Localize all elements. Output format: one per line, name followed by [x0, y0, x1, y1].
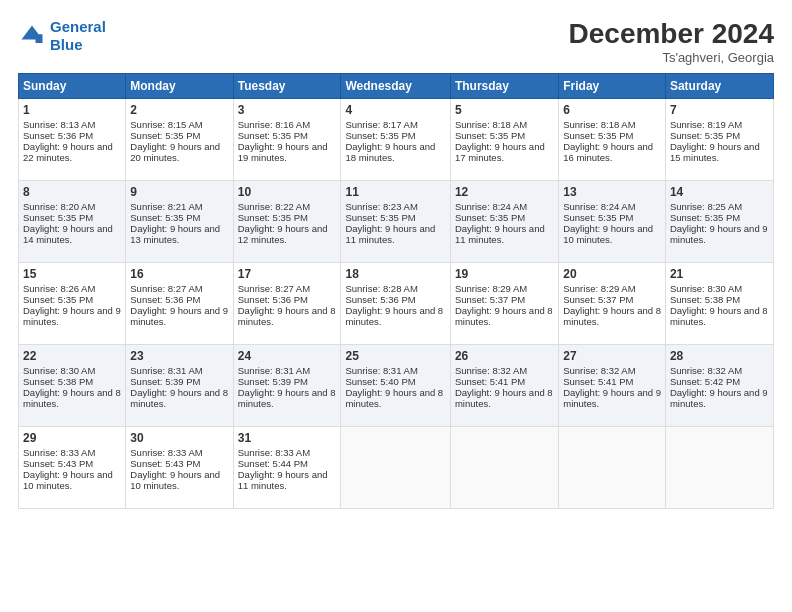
day-number: 28 — [670, 349, 769, 363]
sunrise-label: Sunrise: 8:13 AM — [23, 119, 95, 130]
daylight-label: Daylight: 9 hours and 16 minutes. — [563, 141, 653, 163]
daylight-label: Daylight: 9 hours and 8 minutes. — [345, 387, 443, 409]
sunset-label: Sunset: 5:35 PM — [23, 294, 93, 305]
calendar-header-row: Sunday Monday Tuesday Wednesday Thursday… — [19, 74, 774, 99]
month-title: December 2024 — [569, 18, 774, 50]
sunset-label: Sunset: 5:35 PM — [130, 212, 200, 223]
calendar-cell: 29 Sunrise: 8:33 AM Sunset: 5:43 PM Dayl… — [19, 427, 126, 509]
sunrise-label: Sunrise: 8:18 AM — [455, 119, 527, 130]
sunset-label: Sunset: 5:35 PM — [563, 212, 633, 223]
day-number: 27 — [563, 349, 661, 363]
logo-text: General Blue — [50, 18, 106, 54]
calendar-week-row: 15 Sunrise: 8:26 AM Sunset: 5:35 PM Dayl… — [19, 263, 774, 345]
sunrise-label: Sunrise: 8:31 AM — [238, 365, 310, 376]
calendar-cell: 15 Sunrise: 8:26 AM Sunset: 5:35 PM Dayl… — [19, 263, 126, 345]
col-friday: Friday — [559, 74, 666, 99]
daylight-label: Daylight: 9 hours and 8 minutes. — [455, 387, 553, 409]
sunset-label: Sunset: 5:39 PM — [130, 376, 200, 387]
calendar-cell: 23 Sunrise: 8:31 AM Sunset: 5:39 PM Dayl… — [126, 345, 233, 427]
day-number: 31 — [238, 431, 337, 445]
sunrise-label: Sunrise: 8:32 AM — [563, 365, 635, 376]
sunrise-label: Sunrise: 8:33 AM — [23, 447, 95, 458]
logo: General Blue — [18, 18, 106, 54]
calendar-cell: 7 Sunrise: 8:19 AM Sunset: 5:35 PM Dayli… — [665, 99, 773, 181]
daylight-label: Daylight: 9 hours and 11 minutes. — [455, 223, 545, 245]
sunset-label: Sunset: 5:43 PM — [130, 458, 200, 469]
day-number: 9 — [130, 185, 228, 199]
sunset-label: Sunset: 5:35 PM — [455, 130, 525, 141]
sunrise-label: Sunrise: 8:31 AM — [130, 365, 202, 376]
day-number: 1 — [23, 103, 121, 117]
calendar-cell: 12 Sunrise: 8:24 AM Sunset: 5:35 PM Dayl… — [450, 181, 558, 263]
sunrise-label: Sunrise: 8:21 AM — [130, 201, 202, 212]
calendar-cell — [341, 427, 450, 509]
day-number: 10 — [238, 185, 337, 199]
sunset-label: Sunset: 5:36 PM — [238, 294, 308, 305]
calendar-week-row: 29 Sunrise: 8:33 AM Sunset: 5:43 PM Dayl… — [19, 427, 774, 509]
daylight-label: Daylight: 9 hours and 12 minutes. — [238, 223, 328, 245]
daylight-label: Daylight: 9 hours and 8 minutes. — [130, 387, 228, 409]
sunset-label: Sunset: 5:37 PM — [563, 294, 633, 305]
day-number: 13 — [563, 185, 661, 199]
calendar-cell: 8 Sunrise: 8:20 AM Sunset: 5:35 PM Dayli… — [19, 181, 126, 263]
daylight-label: Daylight: 9 hours and 8 minutes. — [455, 305, 553, 327]
col-thursday: Thursday — [450, 74, 558, 99]
calendar-cell: 6 Sunrise: 8:18 AM Sunset: 5:35 PM Dayli… — [559, 99, 666, 181]
day-number: 2 — [130, 103, 228, 117]
sunrise-label: Sunrise: 8:25 AM — [670, 201, 742, 212]
calendar-cell — [665, 427, 773, 509]
sunset-label: Sunset: 5:35 PM — [563, 130, 633, 141]
title-block: December 2024 Ts'aghveri, Georgia — [569, 18, 774, 65]
daylight-label: Daylight: 9 hours and 8 minutes. — [23, 387, 121, 409]
sunset-label: Sunset: 5:35 PM — [455, 212, 525, 223]
calendar-cell: 18 Sunrise: 8:28 AM Sunset: 5:36 PM Dayl… — [341, 263, 450, 345]
calendar-week-row: 22 Sunrise: 8:30 AM Sunset: 5:38 PM Dayl… — [19, 345, 774, 427]
daylight-label: Daylight: 9 hours and 18 minutes. — [345, 141, 435, 163]
day-number: 8 — [23, 185, 121, 199]
sunset-label: Sunset: 5:41 PM — [563, 376, 633, 387]
header: General Blue December 2024 Ts'aghveri, G… — [18, 18, 774, 65]
col-saturday: Saturday — [665, 74, 773, 99]
calendar-cell: 30 Sunrise: 8:33 AM Sunset: 5:43 PM Dayl… — [126, 427, 233, 509]
sunset-label: Sunset: 5:35 PM — [238, 212, 308, 223]
day-number: 25 — [345, 349, 445, 363]
sunset-label: Sunset: 5:35 PM — [345, 130, 415, 141]
col-wednesday: Wednesday — [341, 74, 450, 99]
sunrise-label: Sunrise: 8:27 AM — [238, 283, 310, 294]
day-number: 14 — [670, 185, 769, 199]
sunset-label: Sunset: 5:35 PM — [238, 130, 308, 141]
sunrise-label: Sunrise: 8:33 AM — [130, 447, 202, 458]
day-number: 30 — [130, 431, 228, 445]
svg-marker-1 — [36, 34, 43, 43]
day-number: 6 — [563, 103, 661, 117]
sunrise-label: Sunrise: 8:32 AM — [670, 365, 742, 376]
sunrise-label: Sunrise: 8:29 AM — [563, 283, 635, 294]
daylight-label: Daylight: 9 hours and 10 minutes. — [130, 469, 220, 491]
day-number: 26 — [455, 349, 554, 363]
day-number: 11 — [345, 185, 445, 199]
daylight-label: Daylight: 9 hours and 8 minutes. — [345, 305, 443, 327]
calendar-cell: 21 Sunrise: 8:30 AM Sunset: 5:38 PM Dayl… — [665, 263, 773, 345]
calendar-cell: 26 Sunrise: 8:32 AM Sunset: 5:41 PM Dayl… — [450, 345, 558, 427]
daylight-label: Daylight: 9 hours and 14 minutes. — [23, 223, 113, 245]
calendar-table: Sunday Monday Tuesday Wednesday Thursday… — [18, 73, 774, 509]
calendar-cell: 24 Sunrise: 8:31 AM Sunset: 5:39 PM Dayl… — [233, 345, 341, 427]
sunrise-label: Sunrise: 8:17 AM — [345, 119, 417, 130]
day-number: 24 — [238, 349, 337, 363]
calendar-cell: 10 Sunrise: 8:22 AM Sunset: 5:35 PM Dayl… — [233, 181, 341, 263]
day-number: 15 — [23, 267, 121, 281]
daylight-label: Daylight: 9 hours and 9 minutes. — [670, 223, 768, 245]
daylight-label: Daylight: 9 hours and 13 minutes. — [130, 223, 220, 245]
calendar-cell: 1 Sunrise: 8:13 AM Sunset: 5:36 PM Dayli… — [19, 99, 126, 181]
daylight-label: Daylight: 9 hours and 9 minutes. — [23, 305, 121, 327]
sunrise-label: Sunrise: 8:24 AM — [563, 201, 635, 212]
daylight-label: Daylight: 9 hours and 10 minutes. — [563, 223, 653, 245]
day-number: 21 — [670, 267, 769, 281]
sunrise-label: Sunrise: 8:26 AM — [23, 283, 95, 294]
day-number: 16 — [130, 267, 228, 281]
sunset-label: Sunset: 5:37 PM — [455, 294, 525, 305]
calendar-cell: 17 Sunrise: 8:27 AM Sunset: 5:36 PM Dayl… — [233, 263, 341, 345]
calendar-cell: 14 Sunrise: 8:25 AM Sunset: 5:35 PM Dayl… — [665, 181, 773, 263]
sunset-label: Sunset: 5:35 PM — [23, 212, 93, 223]
sunset-label: Sunset: 5:43 PM — [23, 458, 93, 469]
